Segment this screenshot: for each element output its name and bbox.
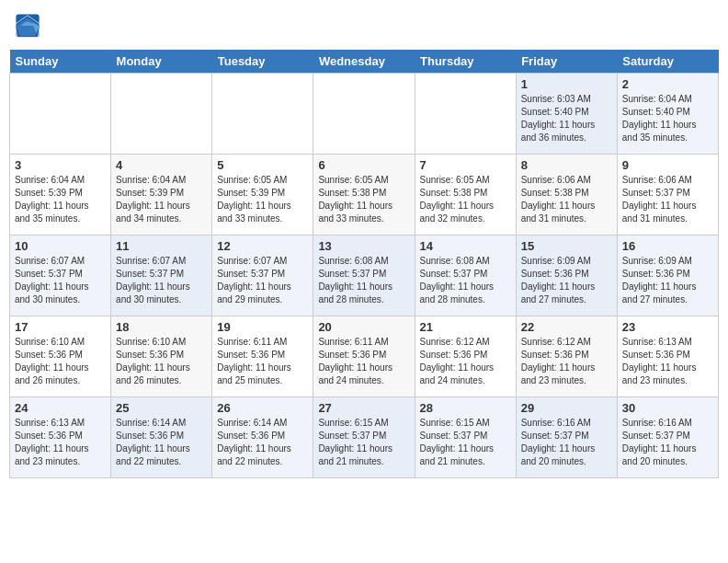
day-info: Sunrise: 6:15 AM Sunset: 5:37 PM Dayligh… [420, 417, 511, 468]
calendar-cell: 13Sunrise: 6:08 AM Sunset: 5:37 PM Dayli… [313, 236, 415, 316]
calendar-cell: 3Sunrise: 6:04 AM Sunset: 5:39 PM Daylig… [10, 155, 111, 236]
calendar-cell: 21Sunrise: 6:12 AM Sunset: 5:36 PM Dayli… [415, 316, 516, 397]
calendar-cell: 11Sunrise: 6:07 AM Sunset: 5:37 PM Dayli… [111, 236, 212, 316]
calendar-cell: 2Sunrise: 6:04 AM Sunset: 5:40 PM Daylig… [617, 74, 718, 155]
calendar-cell: 18Sunrise: 6:10 AM Sunset: 5:36 PM Dayli… [111, 316, 212, 397]
calendar-cell: 9Sunrise: 6:06 AM Sunset: 5:37 PM Daylig… [617, 155, 718, 236]
calendar-cell: 7Sunrise: 6:05 AM Sunset: 5:38 PM Daylig… [415, 155, 516, 236]
day-info: Sunrise: 6:15 AM Sunset: 5:37 PM Dayligh… [318, 417, 409, 468]
calendar-cell: 1Sunrise: 6:03 AM Sunset: 5:40 PM Daylig… [516, 74, 617, 155]
day-number: 10 [15, 239, 106, 253]
calendar-cell: 16Sunrise: 6:09 AM Sunset: 5:36 PM Dayli… [617, 236, 718, 316]
calendar-header-row: SundayMondayTuesdayWednesdayThursdayFrid… [10, 50, 719, 74]
day-info: Sunrise: 6:11 AM Sunset: 5:36 PM Dayligh… [318, 336, 409, 387]
day-number: 27 [318, 401, 409, 415]
logo [15, 13, 44, 39]
calendar-cell: 29Sunrise: 6:16 AM Sunset: 5:37 PM Dayli… [516, 397, 617, 478]
calendar-cell: 25Sunrise: 6:14 AM Sunset: 5:36 PM Dayli… [111, 397, 212, 478]
calendar-cell [212, 74, 313, 155]
day-number: 14 [420, 239, 511, 253]
day-number: 17 [15, 320, 106, 334]
day-number: 29 [521, 401, 612, 415]
day-header-saturday: Saturday [617, 50, 718, 74]
calendar-cell: 26Sunrise: 6:14 AM Sunset: 5:36 PM Dayli… [212, 397, 313, 478]
day-info: Sunrise: 6:12 AM Sunset: 5:36 PM Dayligh… [420, 336, 511, 387]
calendar-cell: 30Sunrise: 6:16 AM Sunset: 5:37 PM Dayli… [617, 397, 718, 478]
calendar-cell: 17Sunrise: 6:10 AM Sunset: 5:36 PM Dayli… [10, 316, 111, 397]
calendar-cell: 8Sunrise: 6:06 AM Sunset: 5:38 PM Daylig… [516, 155, 617, 236]
day-number: 19 [217, 320, 308, 334]
calendar-cell [10, 74, 111, 155]
day-info: Sunrise: 6:13 AM Sunset: 5:36 PM Dayligh… [15, 417, 106, 468]
day-number: 2 [622, 77, 713, 91]
day-info: Sunrise: 6:13 AM Sunset: 5:36 PM Dayligh… [622, 336, 713, 387]
day-info: Sunrise: 6:04 AM Sunset: 5:40 PM Dayligh… [622, 93, 713, 144]
day-info: Sunrise: 6:10 AM Sunset: 5:36 PM Dayligh… [15, 336, 106, 387]
day-info: Sunrise: 6:06 AM Sunset: 5:38 PM Dayligh… [521, 174, 612, 225]
day-info: Sunrise: 6:16 AM Sunset: 5:37 PM Dayligh… [622, 417, 713, 468]
calendar-cell: 6Sunrise: 6:05 AM Sunset: 5:38 PM Daylig… [313, 155, 415, 236]
calendar-cell: 20Sunrise: 6:11 AM Sunset: 5:36 PM Dayli… [313, 316, 415, 397]
day-info: Sunrise: 6:07 AM Sunset: 5:37 PM Dayligh… [217, 255, 308, 306]
day-number: 28 [420, 401, 511, 415]
day-number: 6 [318, 158, 409, 172]
calendar-cell: 23Sunrise: 6:13 AM Sunset: 5:36 PM Dayli… [617, 316, 718, 397]
calendar-cell: 10Sunrise: 6:07 AM Sunset: 5:37 PM Dayli… [10, 236, 111, 316]
day-number: 9 [622, 158, 713, 172]
day-number: 5 [217, 158, 308, 172]
day-info: Sunrise: 6:12 AM Sunset: 5:36 PM Dayligh… [521, 336, 612, 387]
day-number: 22 [521, 320, 612, 334]
day-number: 11 [116, 239, 207, 253]
calendar-cell: 14Sunrise: 6:08 AM Sunset: 5:37 PM Dayli… [415, 236, 516, 316]
day-info: Sunrise: 6:04 AM Sunset: 5:39 PM Dayligh… [15, 174, 106, 225]
calendar-cell: 22Sunrise: 6:12 AM Sunset: 5:36 PM Dayli… [516, 316, 617, 397]
calendar-cell [111, 74, 212, 155]
calendar-cell: 28Sunrise: 6:15 AM Sunset: 5:37 PM Dayli… [415, 397, 516, 478]
day-info: Sunrise: 6:05 AM Sunset: 5:39 PM Dayligh… [217, 174, 308, 225]
day-info: Sunrise: 6:05 AM Sunset: 5:38 PM Dayligh… [420, 174, 511, 225]
day-info: Sunrise: 6:03 AM Sunset: 5:40 PM Dayligh… [521, 93, 612, 144]
day-header-sunday: Sunday [10, 50, 111, 74]
day-info: Sunrise: 6:08 AM Sunset: 5:37 PM Dayligh… [318, 255, 409, 306]
day-header-monday: Monday [111, 50, 212, 74]
day-number: 4 [116, 158, 207, 172]
day-info: Sunrise: 6:09 AM Sunset: 5:36 PM Dayligh… [622, 255, 713, 306]
day-number: 23 [622, 320, 713, 334]
day-header-thursday: Thursday [415, 50, 516, 74]
day-number: 15 [521, 239, 612, 253]
day-number: 1 [521, 77, 612, 91]
day-number: 13 [318, 239, 409, 253]
day-header-wednesday: Wednesday [313, 50, 415, 74]
day-info: Sunrise: 6:14 AM Sunset: 5:36 PM Dayligh… [116, 417, 207, 468]
day-info: Sunrise: 6:07 AM Sunset: 5:37 PM Dayligh… [15, 255, 106, 306]
day-info: Sunrise: 6:16 AM Sunset: 5:37 PM Dayligh… [521, 417, 612, 468]
day-number: 21 [420, 320, 511, 334]
calendar-week-row: 3Sunrise: 6:04 AM Sunset: 5:39 PM Daylig… [10, 155, 719, 236]
day-header-tuesday: Tuesday [212, 50, 313, 74]
page-header [9, 9, 719, 42]
day-info: Sunrise: 6:14 AM Sunset: 5:36 PM Dayligh… [217, 417, 308, 468]
day-number: 30 [622, 401, 713, 415]
day-number: 26 [217, 401, 308, 415]
calendar-table: SundayMondayTuesdayWednesdayThursdayFrid… [9, 50, 719, 478]
day-info: Sunrise: 6:05 AM Sunset: 5:38 PM Dayligh… [318, 174, 409, 225]
day-number: 12 [217, 239, 308, 253]
calendar-cell: 4Sunrise: 6:04 AM Sunset: 5:39 PM Daylig… [111, 155, 212, 236]
calendar-cell [313, 74, 415, 155]
day-info: Sunrise: 6:04 AM Sunset: 5:39 PM Dayligh… [116, 174, 207, 225]
calendar-week-row: 1Sunrise: 6:03 AM Sunset: 5:40 PM Daylig… [10, 74, 719, 155]
calendar-cell: 15Sunrise: 6:09 AM Sunset: 5:36 PM Dayli… [516, 236, 617, 316]
day-info: Sunrise: 6:08 AM Sunset: 5:37 PM Dayligh… [420, 255, 511, 306]
day-number: 20 [318, 320, 409, 334]
day-info: Sunrise: 6:11 AM Sunset: 5:36 PM Dayligh… [217, 336, 308, 387]
day-number: 16 [622, 239, 713, 253]
day-header-friday: Friday [516, 50, 617, 74]
calendar-cell [415, 74, 516, 155]
day-number: 3 [15, 158, 106, 172]
calendar-cell: 27Sunrise: 6:15 AM Sunset: 5:37 PM Dayli… [313, 397, 415, 478]
day-number: 18 [116, 320, 207, 334]
calendar-cell: 12Sunrise: 6:07 AM Sunset: 5:37 PM Dayli… [212, 236, 313, 316]
day-info: Sunrise: 6:07 AM Sunset: 5:37 PM Dayligh… [116, 255, 207, 306]
calendar-week-row: 17Sunrise: 6:10 AM Sunset: 5:36 PM Dayli… [10, 316, 719, 397]
day-info: Sunrise: 6:06 AM Sunset: 5:37 PM Dayligh… [622, 174, 713, 225]
